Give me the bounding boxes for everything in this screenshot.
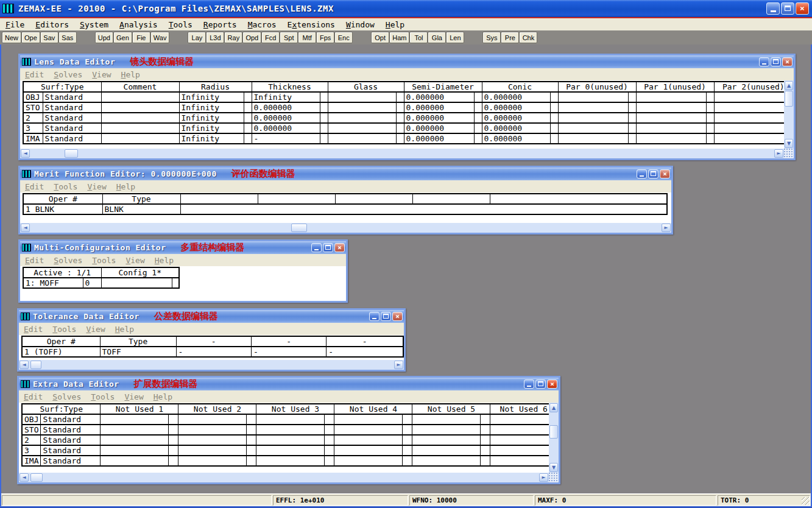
toolbar-fcd-button[interactable]: Fcd [261, 32, 280, 43]
glass-cell[interactable] [328, 92, 396, 102]
thickness-cell[interactable]: - [252, 133, 320, 144]
surf-type-cell[interactable]: Standard [41, 414, 101, 425]
mfe-horizontal-scrollbar[interactable]: ◄ ► [20, 223, 671, 233]
par1-cell[interactable] [636, 133, 706, 144]
glass-solve-cell[interactable] [396, 113, 404, 123]
solve-cell[interactable] [169, 445, 178, 456]
tde-menu-edit[interactable]: Edit [19, 325, 48, 334]
par0-cell[interactable] [558, 123, 628, 133]
lde-resize-grip[interactable] [784, 149, 794, 158]
solve-cell[interactable] [403, 435, 412, 445]
lde-close-button[interactable]: × [782, 57, 793, 66]
glass-solve-cell[interactable] [396, 102, 404, 113]
mce-menu-solves[interactable]: Solves [49, 256, 87, 265]
par2-cell[interactable] [714, 102, 793, 113]
mfe-hscroll-thumb[interactable] [291, 224, 307, 232]
surf-id-cell[interactable]: IMA [23, 133, 43, 144]
conic-solve-cell[interactable] [550, 133, 558, 144]
scroll-left-icon[interactable]: ◄ [19, 473, 29, 482]
value-cell[interactable] [490, 414, 557, 425]
thickness-solve-cell[interactable] [320, 133, 328, 144]
value-cell[interactable] [490, 435, 557, 445]
ede-horizontal-scrollbar[interactable]: ◄ ► [19, 473, 559, 482]
surf-id-cell[interactable]: 3 [22, 445, 41, 456]
toolbar-layout3d-button[interactable]: L3d [206, 32, 224, 43]
toolbar-prescription-button[interactable]: Pre [501, 32, 519, 43]
surf-id-cell[interactable]: OBJ [22, 414, 41, 425]
lde-vertical-scrollbar[interactable]: ▲ ▼ [784, 80, 794, 149]
mfe-close-button[interactable]: × [660, 169, 670, 178]
thickness-solve-cell[interactable] [320, 123, 328, 133]
par1-solve-cell[interactable] [706, 92, 714, 102]
oper-cell[interactable]: 1 BLNK [23, 204, 102, 214]
value-cell[interactable]: - [251, 347, 326, 357]
scroll-left-icon[interactable]: ◄ [21, 224, 30, 232]
menu-editors[interactable]: Editors [30, 20, 74, 29]
lde-vscroll-thumb[interactable] [785, 91, 793, 107]
mce-close-button[interactable]: × [334, 243, 345, 252]
par0-cell[interactable] [558, 133, 628, 144]
toolbar-wavelengths-button[interactable]: Wav [150, 32, 170, 43]
toolbar-enc-button[interactable]: Enc [334, 32, 353, 43]
radius-cell[interactable]: Infinity [179, 133, 244, 144]
par2-cell[interactable] [714, 133, 793, 144]
radius-solve-cell[interactable] [244, 92, 252, 102]
surf-id-cell[interactable]: STO [22, 425, 41, 435]
scroll-down-icon[interactable]: ▼ [785, 139, 793, 148]
surf-id-cell[interactable]: IMA [22, 456, 41, 466]
glass-cell[interactable] [328, 102, 396, 113]
tde-menu-view[interactable]: View [81, 325, 110, 334]
ede-titlebar[interactable]: Extra Data Editor 扩展数据编辑器 × [19, 378, 559, 390]
mfe-minimize-button[interactable] [637, 169, 647, 178]
surf-type-cell[interactable]: Standard [43, 113, 101, 123]
value-cell[interactable] [412, 445, 481, 456]
value-cell[interactable] [334, 435, 403, 445]
value-cell[interactable] [256, 414, 325, 425]
comment-cell[interactable] [101, 123, 179, 133]
value-cell[interactable] [178, 414, 247, 425]
config-solve-cell[interactable] [172, 278, 179, 288]
tde-close-button[interactable]: × [392, 312, 403, 321]
conic-cell[interactable]: 0.000000 [482, 133, 550, 144]
surf-type-cell[interactable]: Standard [41, 456, 101, 466]
par2-cell[interactable] [714, 92, 793, 102]
scroll-down-icon[interactable]: ▼ [549, 463, 558, 472]
par2-cell[interactable] [714, 113, 793, 123]
conic-cell[interactable]: 0.000000 [482, 102, 550, 113]
close-button[interactable]: × [796, 2, 809, 15]
mfe-menu-help[interactable]: Help [111, 182, 140, 191]
toolbar-spot-button[interactable]: Spt [280, 32, 298, 43]
par0-cell[interactable] [558, 92, 628, 102]
ede-resize-grip[interactable] [549, 473, 559, 482]
semidiameter-cell[interactable]: 0.000000 [404, 123, 474, 133]
main-titlebar[interactable]: ZEMAX-EE - 20100 - C:\Program Files\ZEMA… [0, 0, 812, 17]
solve-cell[interactable] [169, 456, 178, 466]
menu-system[interactable]: System [74, 20, 114, 29]
value-cell[interactable] [256, 435, 325, 445]
thickness-cell[interactable]: 0.000000 [252, 113, 320, 123]
lde-menu-help[interactable]: Help [116, 70, 145, 79]
surf-type-cell[interactable]: Standard [43, 123, 101, 133]
semidiameter-solve-cell[interactable] [474, 102, 482, 113]
value-cell[interactable] [334, 414, 403, 425]
radius-solve-cell[interactable] [244, 113, 252, 123]
lde-menu-view[interactable]: View [87, 70, 116, 79]
surf-id-cell[interactable]: STO [23, 102, 43, 113]
lde-maximize-button[interactable] [771, 57, 781, 66]
lde-hscroll-thumb[interactable] [65, 149, 78, 158]
menu-help[interactable]: Help [380, 20, 410, 29]
toolbar-update-button[interactable]: Upd [95, 32, 113, 43]
radius-cell[interactable]: Infinity [179, 113, 244, 123]
mce-menu-view[interactable]: View [121, 256, 149, 265]
value-cell[interactable] [256, 425, 325, 435]
lde-menu-solves[interactable]: Solves [49, 70, 87, 79]
glass-cell[interactable] [328, 123, 396, 133]
solve-cell[interactable] [403, 445, 412, 456]
par1-solve-cell[interactable] [706, 113, 714, 123]
solve-cell[interactable] [247, 435, 256, 445]
radius-solve-cell[interactable] [244, 102, 252, 113]
scroll-right-icon[interactable]: ► [662, 224, 671, 232]
type-cell[interactable]: TOFF [100, 347, 176, 357]
oper-cell[interactable]: 1 (TOFF) [22, 347, 100, 357]
par0-solve-cell[interactable] [628, 123, 636, 133]
